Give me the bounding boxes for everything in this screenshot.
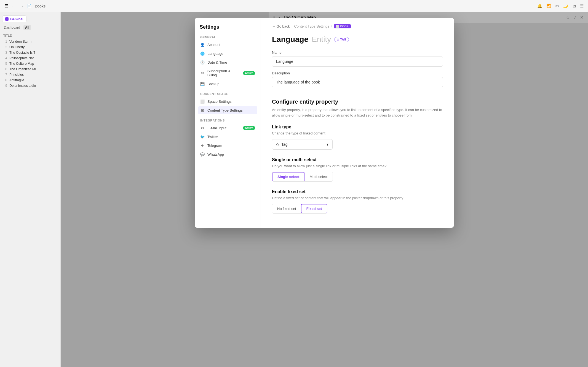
name-field-group: Name <box>272 50 443 67</box>
books-badge-label: BOOKS <box>10 17 23 21</box>
topbar-title: Books <box>35 4 46 8</box>
page-icon: 📄 <box>27 4 31 8</box>
sidebar-item-label: WhatsApp <box>207 152 224 156</box>
back-icon[interactable]: ← <box>12 4 16 9</box>
book-row[interactable]: 8Antifragile <box>2 77 58 83</box>
sidebar-item-content-type-settings[interactable]: ⊞ Content Type Settings <box>198 106 257 114</box>
select-toggle-group: Single select Multi-select <box>272 172 333 182</box>
app-shell: BOOKS Dashboard All TITLE 1Vor dem Sturm… <box>0 12 588 367</box>
subscription-badge: Active <box>243 71 255 75</box>
fixed-set-toggle-group: No fixed set Fixed set <box>272 204 327 214</box>
select-type-title: Single or multi-select <box>272 157 443 162</box>
sidebar-item-twitter[interactable]: 🐦 Twitter <box>198 133 257 141</box>
sidebar-item-label: Backup <box>207 82 219 86</box>
sidebar-item-label: Space Settings <box>207 99 231 104</box>
network-icon[interactable]: 📶 <box>546 4 552 9</box>
content-type-icon: ⊞ <box>200 108 205 112</box>
single-select-button[interactable]: Single select <box>272 172 305 182</box>
settings-modal: Settings GENERAL 👤 Account 🌐 Language 🕐 … <box>195 18 454 228</box>
book-row[interactable]: 6The Organized Mi <box>2 66 58 72</box>
sidebar-item-space-settings[interactable]: ⬜ Space Settings <box>198 97 257 106</box>
sidebar-item-label: Account <box>207 43 220 47</box>
no-fixed-set-button[interactable]: No fixed set <box>272 204 301 213</box>
sidebar-item-label: Date & Time <box>207 60 227 64</box>
sidebar-item-datetime[interactable]: 🕐 Date & Time <box>198 58 257 66</box>
sidebar-item-subscription[interactable]: ✉ Subscription & Billing Active <box>198 67 257 79</box>
configure-desc: An entity property, is a property that a… <box>272 107 443 118</box>
moon-icon[interactable]: 🌙 <box>563 4 568 9</box>
notifications-icon[interactable]: 🔔 <box>537 4 542 9</box>
sidebar-item-account[interactable]: 👤 Account <box>198 41 257 49</box>
email-icon: ✉ <box>200 126 205 130</box>
topbar-right-icons: 🔔 📶 ✂ 🌙 🖥 ☰ <box>537 4 584 9</box>
books-badge-icon <box>5 17 9 21</box>
more-icon[interactable]: ☰ <box>580 4 584 9</box>
link-type-section: Link type Change the type of linked cont… <box>272 125 443 150</box>
tag-select-label: Tag <box>281 142 288 147</box>
go-back-button[interactable]: ← Go back <box>272 24 290 28</box>
page-header: Language Entity ◇ TAG <box>272 35 443 44</box>
description-input[interactable] <box>272 77 443 87</box>
account-icon: 👤 <box>200 42 205 47</box>
sidebar-item-label: Subscription & Billing <box>207 69 240 77</box>
multi-select-button[interactable]: Multi-select <box>304 172 333 181</box>
sidebar-item-language[interactable]: 🌐 Language <box>198 49 257 58</box>
sidebar-item-label: Language <box>207 52 223 56</box>
book-row[interactable]: 7Principles <box>2 72 58 77</box>
sidebar-item-backup[interactable]: 💾 Backup <box>198 80 257 88</box>
space-settings-icon: ⬜ <box>200 99 205 104</box>
twitter-icon: 🐦 <box>200 134 205 139</box>
book-row[interactable]: 9De animales a dio <box>2 83 58 88</box>
select-type-desc: Do you want to allow just a single link … <box>272 164 443 168</box>
link-type-desc: Change the type of linked content <box>272 131 443 135</box>
book-row[interactable]: 3The Obstacle Is T <box>2 50 58 55</box>
breadcrumb-badge: ⬜ BOOK <box>334 24 351 28</box>
page-title-main: Language <box>272 35 308 44</box>
subscription-icon: ✉ <box>200 71 205 75</box>
datetime-icon: 🕐 <box>200 60 205 64</box>
entity-badge: ◇ TAG <box>334 37 349 42</box>
menu-icon[interactable]: ☰ <box>4 3 8 9</box>
fixed-set-title: Enable fixed set <box>272 189 443 194</box>
fixed-set-desc: Define a fixed set of content that will … <box>272 196 443 200</box>
current-space-label: CURRENT SPACE <box>198 92 257 96</box>
language-icon: 🌐 <box>200 51 205 56</box>
chevron-down-icon: ▾ <box>327 142 328 147</box>
column-header: TITLE <box>2 34 58 37</box>
fixed-set-button[interactable]: Fixed set <box>301 204 327 214</box>
fixed-set-section: Enable fixed set Define a fixed set of c… <box>272 189 443 214</box>
book-row[interactable]: 4Philosophiæ Natu <box>2 55 58 61</box>
display-icon[interactable]: 🖥 <box>572 4 576 8</box>
tag-select-icon: ◇ <box>276 142 279 147</box>
books-badge[interactable]: BOOKS <box>2 15 26 22</box>
page-title-sub: Entity <box>312 35 331 44</box>
sidebar-item-telegram[interactable]: ✈ Telegram <box>198 141 257 150</box>
topbar: ☰ ← → 📄 Books 🔔 📶 ✂ 🌙 🖥 ☰ <box>0 0 588 12</box>
settings-sidebar: Settings GENERAL 👤 Account 🌐 Language 🕐 … <box>195 18 261 228</box>
book-row[interactable]: 1Vor dem Sturm <box>2 39 58 44</box>
breadcrumb-section[interactable]: Content Type Settings <box>294 24 329 28</box>
name-input[interactable] <box>272 56 443 67</box>
link-type-dropdown[interactable]: ◇ Tag ▾ <box>272 139 333 150</box>
scissors-icon[interactable]: ✂ <box>555 4 559 9</box>
book-badge-label: BOOK <box>340 25 349 28</box>
general-section-label: GENERAL <box>198 36 257 39</box>
tab-all[interactable]: All <box>23 25 31 30</box>
tag-badge-icon: ◇ <box>337 38 339 41</box>
book-row[interactable]: 2On Liberty <box>2 44 58 50</box>
breadcrumb-sep: / <box>331 24 332 28</box>
forward-icon[interactable]: → <box>19 4 24 9</box>
tab-dashboard[interactable]: Dashboard <box>2 25 22 30</box>
configure-title: Configure entity property <box>272 99 443 105</box>
description-field-group: Description <box>272 71 443 87</box>
book-row[interactable]: 5The Culture Map <box>2 61 58 66</box>
dropdown-inner: ◇ Tag <box>276 142 288 147</box>
integrations-label: INTEGRATIONS <box>198 119 257 122</box>
breadcrumb: ← Go back | Content Type Settings / ⬜ BO… <box>272 24 443 28</box>
divider <box>272 93 443 93</box>
left-sidebar: BOOKS Dashboard All TITLE 1Vor dem Sturm… <box>0 12 61 367</box>
breadcrumb-separator: | <box>292 24 292 28</box>
sidebar-item-email[interactable]: ✉ E-Mail input Active <box>198 124 257 132</box>
sidebar-item-whatsapp[interactable]: 💬 WhatsApp <box>198 150 257 158</box>
name-label: Name <box>272 50 443 55</box>
